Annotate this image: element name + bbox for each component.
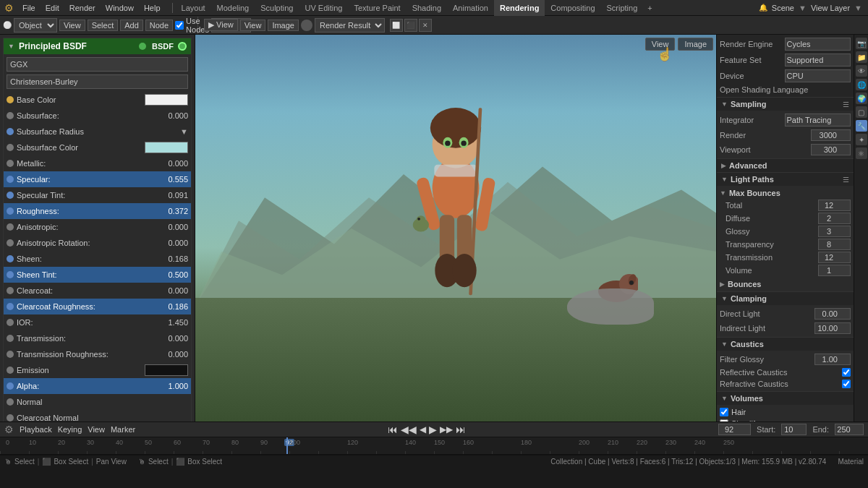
add-menu-btn[interactable]: Add xyxy=(120,20,143,31)
scene-properties-icon[interactable]: 🌐 xyxy=(856,79,867,90)
tab-compositing[interactable]: Compositing xyxy=(545,0,600,16)
prop-row-clearcoat-normal[interactable]: Clearcoat Normal xyxy=(4,410,191,421)
viewport-samples-input[interactable] xyxy=(811,144,851,155)
prop-row-anisotropic-rotation[interactable]: Anisotropic Rotation:0.000 xyxy=(4,235,191,251)
play-end-btn[interactable]: ⏭ xyxy=(456,424,466,435)
prev-frame-btn[interactable]: ◀◀ xyxy=(401,424,417,435)
prop-row-transmission-roughness[interactable]: Transmission Roughness:0.000 xyxy=(4,346,191,362)
prop-row-transmission[interactable]: Transmission:0.000 xyxy=(4,330,191,346)
image-menu-btn[interactable]: Image xyxy=(268,20,299,31)
light-paths-header[interactable]: ▼ Light Paths ☰ xyxy=(717,173,854,186)
volume-bounces-input[interactable] xyxy=(818,265,851,276)
prop-row-specular[interactable]: Specular:0.555 xyxy=(4,171,191,187)
object-mode-select[interactable]: Object xyxy=(14,18,57,33)
simplify-checkbox[interactable] xyxy=(720,419,728,421)
bsdf-dot[interactable] xyxy=(178,42,187,51)
prop-row-base-color[interactable]: Base Color xyxy=(4,92,191,108)
integrator-select[interactable]: Path Tracing xyxy=(785,114,851,127)
prop-row-ior[interactable]: IOR:1.450 xyxy=(4,314,191,330)
tab-shading[interactable]: Shading xyxy=(407,0,447,16)
transparency-bounces-input[interactable] xyxy=(818,239,851,250)
prop-row-subsurface-color[interactable]: Subsurface Color xyxy=(4,140,191,155)
menu-edit[interactable]: Edit xyxy=(41,0,64,16)
modifier-icon[interactable]: 🔧 xyxy=(856,120,867,132)
prop-row-specular-tint[interactable]: Specular Tint:0.091 xyxy=(4,187,191,203)
end-frame-input[interactable] xyxy=(835,424,864,435)
view-layer-icon[interactable]: 👁 xyxy=(856,65,867,77)
volumes-header[interactable]: ▼ Volumes xyxy=(717,392,854,405)
add-workspace-icon[interactable]: + xyxy=(643,4,656,12)
menu-render[interactable]: Render xyxy=(65,0,100,16)
sampling-menu-icon[interactable]: ☰ xyxy=(843,100,849,108)
swatch-emission[interactable] xyxy=(145,364,188,376)
clamping-header[interactable]: ▼ Clamping xyxy=(717,292,854,305)
prop-row-sheen[interactable]: Sheen:0.168 xyxy=(4,251,191,267)
timeline-collapse-icon[interactable]: ⚙ xyxy=(4,424,14,435)
viewport-view-btn2[interactable]: View xyxy=(240,20,266,31)
prop-row-anisotropic[interactable]: Anisotropic:0.000 xyxy=(4,219,191,235)
total-bounces-input[interactable] xyxy=(818,200,851,211)
node-menu-btn[interactable]: Node xyxy=(145,20,173,31)
render-samples-input[interactable] xyxy=(811,129,851,141)
indirect-light-input[interactable] xyxy=(814,322,851,334)
view-toggle-btn2[interactable]: ⬛ xyxy=(404,19,417,32)
menu-file[interactable]: File xyxy=(18,0,40,16)
filter-glossy-input[interactable] xyxy=(814,354,851,365)
viewport-view-btn[interactable]: ▶ View xyxy=(204,19,238,31)
render-icon[interactable]: 📷 xyxy=(856,38,867,49)
tab-sculpting[interactable]: Sculpting xyxy=(255,0,299,16)
tab-animation[interactable]: Animation xyxy=(447,0,494,16)
prop-row-emission[interactable]: Emission xyxy=(4,362,191,378)
play-start-btn[interactable]: ⏮ xyxy=(388,424,398,435)
select-menu-btn[interactable]: Select xyxy=(88,20,119,31)
output-icon[interactable]: 📁 xyxy=(856,51,867,63)
render-engine-select[interactable]: Cycles xyxy=(785,38,851,51)
caustics-header[interactable]: ▼ Caustics xyxy=(717,338,854,351)
node-collapse-arrow[interactable]: ▼ xyxy=(8,43,14,50)
prop-row-clearcoat-roughness[interactable]: Clearcoat Roughness:0.186 xyxy=(4,299,191,314)
use-nodes-checkbox[interactable] xyxy=(175,21,184,30)
start-frame-input[interactable] xyxy=(781,424,807,435)
refractive-caustics-checkbox[interactable] xyxy=(842,380,851,388)
prop-row-subsurface-radius[interactable]: Subsurface Radius▼ xyxy=(4,124,191,140)
advanced-header[interactable]: ▶ Advanced xyxy=(717,159,854,172)
keying-menu[interactable]: Keying xyxy=(58,425,82,434)
world-icon[interactable]: 🌍 xyxy=(856,93,867,104)
object-icon[interactable]: ▢ xyxy=(856,106,867,118)
prop-row-subsurface[interactable]: Subsurface:0.000 xyxy=(4,108,191,124)
reflective-caustics-checkbox[interactable] xyxy=(842,368,851,377)
prop-row-normal[interactable]: Normal xyxy=(4,394,191,410)
direct-light-input[interactable] xyxy=(814,308,851,320)
view-menu-btn[interactable]: View xyxy=(59,20,85,31)
prop-row-metallic[interactable]: Metallic:0.000 xyxy=(4,155,191,171)
tab-texture-paint[interactable]: Texture Paint xyxy=(348,0,406,16)
marker-menu[interactable]: Marker xyxy=(111,425,135,434)
distribution-select[interactable]: GGX xyxy=(7,57,188,72)
prop-row-sheen-tint[interactable]: Sheen Tint:0.500 xyxy=(4,267,191,283)
tab-layout[interactable]: Layout xyxy=(176,0,211,16)
play-btn[interactable]: ▶ xyxy=(429,424,437,435)
viewport-image-menu[interactable]: Image xyxy=(678,38,713,51)
render-result-select[interactable]: Render Result xyxy=(315,18,385,33)
physics-icon[interactable]: ⚛ xyxy=(856,147,867,159)
menu-window[interactable]: Window xyxy=(101,0,138,16)
view-toggle-btn[interactable]: ⬜ xyxy=(390,19,403,32)
prop-row-alpha[interactable]: Alpha:1.000 xyxy=(4,378,191,394)
subsurface-method-select[interactable]: Christensen-Burley xyxy=(7,74,188,89)
current-frame-input[interactable] xyxy=(718,424,751,435)
tab-modeling[interactable]: Modeling xyxy=(211,0,255,16)
max-bounces-header[interactable]: ▼ Max Bounces xyxy=(720,187,851,199)
transmission-bounces-input[interactable] xyxy=(818,252,851,263)
menu-help[interactable]: Help xyxy=(140,0,165,16)
hair-checkbox[interactable] xyxy=(720,408,728,416)
swatch-base-color[interactable] xyxy=(145,94,188,106)
next-keyframe-btn[interactable]: ▶▶ xyxy=(440,424,453,435)
playback-menu[interactable]: Playback xyxy=(20,425,52,434)
device-select[interactable]: CPU xyxy=(785,69,851,82)
view-toggle-btn3[interactable]: ✕ xyxy=(419,19,432,32)
tab-uv-editing[interactable]: UV Editing xyxy=(299,0,348,16)
prev-keyframe-btn[interactable]: ◀ xyxy=(420,424,426,435)
prop-row-roughness[interactable]: Roughness:0.372 xyxy=(4,203,191,219)
tab-scripting[interactable]: Scripting xyxy=(601,0,644,16)
tab-rendering[interactable]: Rendering xyxy=(494,0,545,16)
